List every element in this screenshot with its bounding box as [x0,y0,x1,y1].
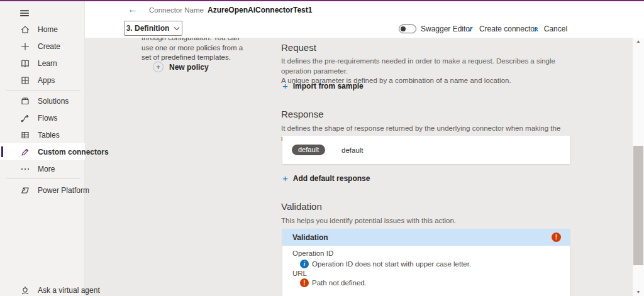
policies-description-line: use one or more policies from a [142,43,252,53]
request-section-title: Request [281,42,316,53]
response-card[interactable]: default default [282,136,570,164]
book-icon [20,58,30,69]
left-nav-sidebar: Home Create Learn Apps Solutions Flows T… [0,1,85,296]
validation-field-name: URL [292,270,307,277]
import-from-sample-label: Import from sample [293,82,364,90]
validation-issue-row: ! Path not defined. [300,278,367,287]
sidebar-item-label: Solutions [38,97,69,106]
plus-icon [20,41,30,52]
sidebar-item-label: Tables [38,131,60,140]
hamburger-menu-icon[interactable] [19,8,31,19]
sidebar-item-ask-virtual-agent[interactable]: Ask a virtual agent [0,282,85,296]
validation-card-header[interactable]: Validation ! [282,229,570,246]
validation-issue-row: i Operation ID does not start with upper… [300,260,471,268]
plus-circle-icon: + [153,62,164,72]
sidebar-divider [6,178,80,179]
brand-accent-line [0,0,644,1]
validation-field-name: Operation ID [292,249,333,257]
swagger-editor-label[interactable]: Swagger Editor [421,25,472,33]
sidebar-item-label: Learn [38,59,57,68]
scroll-down-icon[interactable]: ▼ [633,290,644,294]
create-connector-button[interactable]: ✓ Create connector [467,25,537,33]
scrollbar-thumb[interactable] [633,146,643,265]
error-badge-icon: ! [552,233,561,242]
connector-name-value: AzureOpenAiConnectorTest1 [208,6,312,14]
sidebar-item-more[interactable]: More [0,160,85,177]
flow-icon [20,113,30,123]
sidebar-item-label: Apps [38,76,55,85]
swagger-editor-toggle[interactable] [399,25,416,33]
action-bar: 3. Definition Swagger Editor ✓ Create co… [85,19,644,38]
apps-icon [20,75,30,85]
sidebar-item-home[interactable]: Home [0,21,85,38]
import-from-sample-button[interactable]: + Import from sample [282,82,364,90]
plus-icon: + [282,82,288,90]
sidebar-divider [6,90,80,90]
sidebar-item-solutions[interactable]: Solutions [0,92,85,109]
response-default-badge[interactable]: default [292,145,325,155]
app-window: Home Create Learn Apps Solutions Flows T… [0,0,644,296]
validation-section-title: Validation [281,201,322,212]
cancel-button[interactable]: × Cancel [533,25,567,33]
sidebar-item-flows[interactable]: Flows [0,109,85,126]
back-arrow-icon[interactable]: ← [128,4,138,15]
check-icon: ✓ [467,25,474,33]
table-icon [20,130,30,140]
validation-card-title: Validation [292,233,552,242]
sidebar-item-custom-connectors[interactable]: Custom connectors [0,143,85,160]
connector-icon [20,147,30,157]
step-dropdown-label: 3. Definition [126,24,170,33]
sidebar-item-create[interactable]: Create [0,38,85,55]
sidebar-item-label: Power Platform [38,186,89,195]
chevron-down-icon [174,24,180,33]
validation-section-description: This helps you identify potential issues… [281,216,583,226]
response-name: default [341,146,364,154]
solutions-icon [20,96,30,106]
sidebar-item-label: More [38,165,55,173]
validation-card: Validation ! Operation ID i Operation ID… [282,229,570,296]
close-icon: × [533,25,539,33]
new-policy-button[interactable]: + New policy [153,62,209,72]
sidebar-item-label: Custom connectors [38,148,109,156]
new-policy-label: New policy [169,63,209,72]
sidebar-item-label: Create [38,42,60,51]
power-platform-icon [20,185,30,195]
info-icon: i [300,260,309,268]
bot-icon [20,285,30,295]
validation-issue-message: Path not defined. [312,279,367,287]
cancel-label: Cancel [544,25,567,33]
sidebar-item-label: Home [38,25,58,34]
connector-name-label: Connector Name [149,6,204,14]
ellipsis-icon [20,164,30,174]
title-bar: ← Connector Name AzureOpenAiConnectorTes… [85,1,644,19]
plus-icon: + [282,174,288,183]
sidebar-item-power-platform[interactable]: Power Platform [0,182,85,199]
add-default-response-button[interactable]: + Add default response [282,174,370,183]
sidebar-item-learn[interactable]: Learn [0,55,85,72]
sidebar-item-label: Ask a virtual agent [38,286,100,295]
scroll-up-icon[interactable]: ▲ [633,39,644,43]
create-connector-label: Create connector [479,25,537,33]
vertical-scrollbar[interactable]: ▲ ▼ [633,36,644,296]
toggle-knob [401,26,406,31]
validation-issue-message: Operation ID does not start with upper c… [312,260,471,268]
sidebar-item-apps[interactable]: Apps [0,72,85,89]
add-default-response-label: Add default response [293,174,370,183]
sidebar-item-label: Flows [38,114,57,123]
step-definition-dropdown[interactable]: 3. Definition [124,21,182,36]
error-icon: ! [300,278,309,287]
request-description-line: It defines the pre-requirements needed i… [281,57,577,76]
sidebar-item-tables[interactable]: Tables [0,126,85,143]
response-section-title: Response [281,109,324,119]
home-icon [20,25,30,35]
